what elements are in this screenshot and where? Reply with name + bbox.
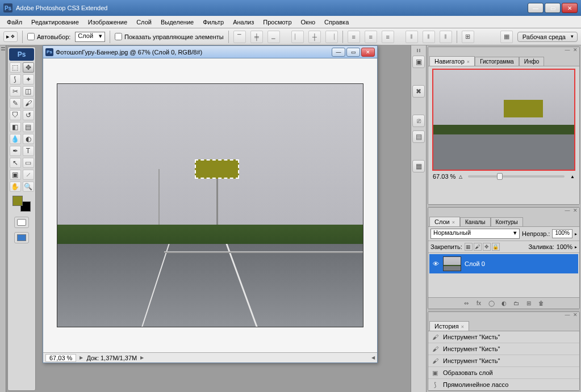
distribute-top-icon[interactable]: ≡ — [348, 31, 360, 43]
history-row[interactable]: 🖌Инструмент "Кисть" — [428, 343, 579, 355]
dock-grip-left[interactable] — [0, 45, 6, 392]
pen-tool[interactable]: ✒ — [10, 146, 21, 156]
dodge-tool[interactable]: ◐ — [23, 134, 34, 144]
doc-minimize-button[interactable]: — — [332, 48, 345, 57]
navigator-thumbnail[interactable] — [432, 69, 575, 171]
delete-layer-icon[interactable]: 🗑 — [537, 300, 546, 307]
doc-close-button[interactable]: ✕ — [361, 48, 375, 57]
strip-layer-comps-icon[interactable]: ▤ — [412, 130, 425, 143]
menu-filter[interactable]: Фильтр — [198, 16, 228, 28]
menu-select[interactable]: Выделение — [156, 16, 198, 28]
history-row[interactable]: ▣Образовать слой — [428, 367, 579, 379]
tab-channels[interactable]: Каналы — [460, 217, 491, 226]
link-layers-icon[interactable]: ⇔ — [462, 300, 471, 307]
shape-tool[interactable]: ▭ — [23, 158, 34, 168]
tab-histogram[interactable]: Гистограмма — [475, 57, 519, 66]
zoom-in-icon[interactable]: ▲ — [570, 174, 575, 179]
layer-thumbnail[interactable] — [443, 256, 461, 271]
workspace-menu[interactable]: Рабочая среда — [517, 32, 578, 42]
new-layer-icon[interactable]: ⊞ — [524, 300, 533, 307]
align-top-icon[interactable]: ⎺ — [233, 31, 246, 43]
zoom-field[interactable]: 67,03 % — [45, 354, 76, 362]
status-menu-icon[interactable]: ▶ — [140, 355, 144, 360]
zoom-tool[interactable]: 🔍 — [23, 182, 34, 192]
distribute-bottom-icon[interactable]: ≡ — [382, 31, 394, 43]
menu-layer[interactable]: Слой — [132, 16, 156, 28]
path-select-tool[interactable]: ↖ — [10, 158, 21, 168]
panel-collapse-icon[interactable]: — — [565, 312, 570, 318]
visibility-icon[interactable]: 👁 — [432, 260, 440, 267]
auto-align-icon[interactable]: ⊞ — [462, 31, 474, 43]
autoselect-target-select[interactable]: Слой — [75, 32, 105, 42]
menu-view[interactable]: Просмотр — [258, 16, 296, 28]
panel-close-icon[interactable]: ✕ — [572, 312, 578, 318]
distribute-left-icon[interactable]: ⫴ — [406, 31, 418, 43]
eyedropper-tool[interactable]: ⟋ — [23, 170, 34, 180]
menu-edit[interactable]: Редактирование — [27, 16, 83, 28]
quickmask-button[interactable] — [14, 217, 29, 228]
brush-tool[interactable]: 🖌 — [23, 98, 34, 108]
strip-tool-presets-icon[interactable]: ⎚ — [412, 115, 425, 127]
blur-tool[interactable]: 💧 — [10, 134, 21, 144]
panel-close-icon[interactable]: ✕ — [572, 47, 578, 53]
type-tool[interactable]: T — [23, 146, 34, 156]
marquee-tool[interactable]: ⬚ — [10, 62, 21, 73]
lasso-tool[interactable]: ⟆ — [10, 74, 21, 85]
color-swatches[interactable] — [10, 196, 33, 213]
new-group-icon[interactable]: 🗀 — [512, 300, 521, 307]
zoom-slider[interactable] — [468, 175, 565, 178]
align-bottom-icon[interactable]: ⎽ — [267, 31, 280, 43]
panel-close-icon[interactable]: ✕ — [572, 208, 578, 213]
eraser-tool[interactable]: ◧ — [10, 122, 21, 132]
scroll-left-icon[interactable]: ◀ — [371, 355, 375, 360]
healing-brush-tool[interactable]: ✎ — [10, 98, 21, 108]
distribute-right-icon[interactable]: ⫴ — [440, 31, 452, 43]
tab-history[interactable]: История× — [429, 321, 469, 331]
history-row[interactable]: 🖌Инструмент "Кисть" — [428, 355, 579, 367]
tab-layers[interactable]: Слои× — [429, 217, 460, 226]
layer-style-icon[interactable]: fx — [474, 300, 483, 307]
layer-name[interactable]: Слой 0 — [465, 260, 485, 267]
gradient-tool[interactable]: ▤ — [23, 122, 34, 132]
close-button[interactable]: ✕ — [562, 3, 578, 13]
tab-paths[interactable]: Контуры — [491, 217, 523, 226]
align-vcenter-icon[interactable]: ╪ — [250, 31, 263, 43]
slice-tool[interactable]: ◫ — [23, 86, 34, 96]
doc-maximize-button[interactable]: ▭ — [346, 48, 360, 57]
align-right-icon[interactable]: ⎹ — [325, 31, 338, 43]
layer-row[interactable]: 👁 Слой 0 — [429, 254, 578, 273]
strip-history-icon[interactable]: ▣ — [412, 56, 425, 68]
magic-wand-tool[interactable]: ✦ — [23, 74, 34, 85]
navigator-zoom-value[interactable]: 67.03 % — [433, 173, 455, 180]
minimize-button[interactable]: — — [528, 3, 544, 13]
strip-brushes-icon[interactable]: ✖ — [412, 85, 425, 98]
history-row[interactable]: 🖌Инструмент "Кисть" — [428, 331, 579, 343]
zoom-menu-icon[interactable]: ▶ — [80, 355, 83, 360]
foreground-color-swatch[interactable] — [12, 196, 23, 206]
fill-input[interactable]: 100% — [557, 243, 572, 250]
move-tool-indicator[interactable]: ▸✥ — [3, 31, 18, 42]
show-transform-checkbox[interactable]: Показать управляющие элементы — [115, 33, 224, 40]
notes-tool[interactable]: ▣ — [10, 170, 21, 180]
panel-collapse-icon[interactable]: — — [565, 47, 570, 53]
menu-image[interactable]: Изображение — [83, 16, 132, 28]
hand-tool[interactable]: ✋ — [10, 182, 21, 192]
distribute-hcenter-icon[interactable]: ⫴ — [423, 31, 435, 43]
lock-pixels-icon[interactable]: 🖌 — [474, 243, 482, 251]
tab-navigator[interactable]: Навигатор× — [429, 56, 475, 66]
move-tool[interactable]: ✥ — [23, 62, 34, 73]
selection-marquee[interactable] — [195, 159, 239, 179]
crop-tool[interactable]: ✂ — [10, 86, 21, 96]
history-row[interactable]: ⟆Прямолинейное лассо — [428, 379, 579, 390]
screenmode-button[interactable] — [14, 232, 29, 243]
maximize-button[interactable]: ▭ — [545, 3, 561, 13]
blend-mode-select[interactable]: Нормальный — [430, 229, 520, 239]
menu-help[interactable]: Справка — [320, 16, 353, 28]
canvas[interactable] — [57, 83, 363, 327]
menu-file[interactable]: Файл — [2, 16, 27, 28]
lock-transparency-icon[interactable]: ▦ — [465, 243, 473, 251]
lock-position-icon[interactable]: ✥ — [483, 243, 491, 251]
menu-window[interactable]: Окно — [296, 16, 320, 28]
opacity-input[interactable]: 100% — [552, 229, 572, 238]
menu-analysis[interactable]: Анализ — [228, 16, 258, 28]
